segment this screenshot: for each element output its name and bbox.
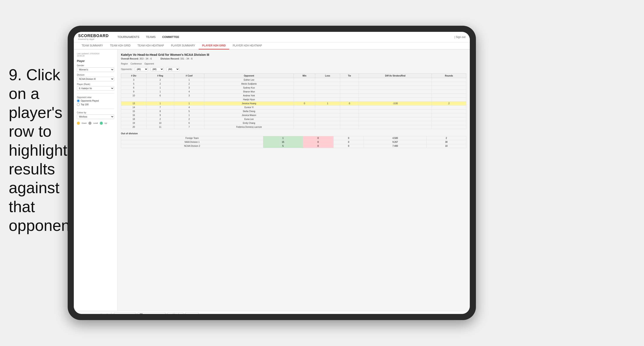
- table-row[interactable]: 16 9 1 Jessica Mason: [121, 113, 466, 117]
- ood-rounds: 2: [426, 136, 466, 140]
- tab-player-h2h-grid[interactable]: PLAYER H2H GRID: [199, 42, 229, 49]
- division-record: Division Record: 331 - 34 - 6: [160, 57, 192, 60]
- tab-team-h2h-heatmap[interactable]: TEAM H2H HEATMAP: [134, 42, 168, 49]
- save-custom-view-button[interactable]: 💾 Save Custom View: [138, 313, 166, 314]
- ood-name: NCAA Division 2: [121, 144, 263, 148]
- ood-rounds: 10: [426, 144, 466, 148]
- cell-opponent: Jessica Huang: [204, 102, 294, 106]
- col-conf: # Conf: [174, 74, 204, 78]
- forward-button[interactable]: →: [88, 313, 92, 314]
- radio-opponents-played[interactable]: Opponents Played: [77, 99, 114, 102]
- logo: SCOREBOARD Powered by clippd: [78, 33, 109, 40]
- table-row[interactable]: 15 8 5 Stella Cheng: [121, 109, 466, 113]
- player-rank-select[interactable]: 8. Katelyn Vo: [77, 86, 114, 91]
- sign-out-link[interactable]: Sign out: [456, 35, 466, 39]
- filters-row: Region Conference Opponent: [121, 63, 466, 65]
- division-label: Division: [77, 74, 114, 76]
- cell-rounds: [432, 121, 466, 125]
- col-loss: Loss: [315, 74, 340, 78]
- table-row[interactable]: 6 1 3 Sydney Kuo: [121, 86, 466, 90]
- ood-tie: 0: [333, 140, 364, 144]
- conference-filter-select[interactable]: (All): [151, 67, 164, 71]
- cell-reg: 6: [146, 94, 174, 98]
- cell-conf: 4: [174, 106, 204, 109]
- tab-player-summary[interactable]: PLAYER SUMMARY: [168, 42, 199, 49]
- cell-opponent: Esther Lee: [204, 78, 294, 82]
- nav-tournaments[interactable]: TOURNAMENTS: [118, 34, 139, 39]
- cell-tie: 0: [340, 102, 359, 106]
- nav-bar: SCOREBOARD Powered by clippd TOURNAMENTS…: [74, 32, 470, 42]
- cell-div: 10: [121, 94, 146, 98]
- cell-reg: 10: [146, 121, 174, 125]
- nav-committee[interactable]: COMMITTEE: [162, 34, 179, 39]
- table-row[interactable]: 9 1 4 Sharon Mun: [121, 90, 466, 94]
- cell-opponent: Stella Cheng: [204, 109, 294, 113]
- ood-diff: 4.500: [364, 136, 426, 140]
- table-row[interactable]: Haeijo Hyun: [121, 98, 466, 102]
- tab-team-h2h-grid[interactable]: TEAM H2H GRID: [106, 42, 134, 49]
- sidebar-player-section: Player: [77, 59, 114, 63]
- cell-div: 5: [121, 82, 146, 86]
- out-of-division-section: Out of division Foreign Team 1 0 0 4.500…: [121, 132, 466, 148]
- cell-opponent: Sydney Kuo: [204, 86, 294, 90]
- ood-row[interactable]: Foreign Team 1 0 0 4.500 2: [121, 136, 466, 140]
- cell-loss: [315, 82, 340, 86]
- refresh-button[interactable]: ↺: [105, 313, 108, 314]
- table-row[interactable]: 19 10 6 Emily Chang: [121, 121, 466, 125]
- cell-loss: [315, 94, 340, 98]
- cell-loss: [315, 121, 340, 125]
- cell-div: 16: [121, 113, 146, 117]
- table-row[interactable]: 3 2 1 Esther Lee: [121, 78, 466, 82]
- cell-loss: [315, 113, 340, 117]
- ood-loss: 0: [303, 140, 333, 144]
- tab-team-summary[interactable]: TEAM SUMMARY: [78, 42, 106, 49]
- table-row[interactable]: 5 2 2 Alexis Sudjianto: [121, 82, 466, 86]
- save-icon: 💾: [140, 313, 143, 314]
- cell-tie: [340, 109, 359, 113]
- opponents-label: Opponents:: [121, 68, 132, 70]
- ood-row[interactable]: NAIA Division 1 15 0 0 9.267 30: [121, 140, 466, 144]
- undo-button[interactable]: ↩: [77, 313, 81, 314]
- ood-diff: 9.267: [364, 140, 426, 144]
- cell-diff: [359, 82, 432, 86]
- cell-win: [294, 106, 315, 109]
- cell-rounds: [432, 94, 466, 98]
- settings-button[interactable]: ⚙: [99, 313, 103, 314]
- colour-by-select[interactable]: Win/loss: [77, 115, 114, 119]
- table-row[interactable]: 20 11 7 Federica Domecq Lacroze: [121, 125, 466, 129]
- ood-row[interactable]: NCAA Division 2 5 0 0 7.400 10: [121, 144, 466, 148]
- division-select[interactable]: NCAA Division III: [77, 77, 114, 81]
- annotation-number: 9.: [9, 66, 22, 83]
- region-filter-select[interactable]: (All): [135, 67, 148, 71]
- col-win: Win: [294, 74, 315, 78]
- cell-rounds: [432, 86, 466, 90]
- table-row[interactable]: 10 6 3 Andrea York: [121, 94, 466, 98]
- cell-tie: [340, 82, 359, 86]
- copy-button[interactable]: ⎘: [94, 313, 97, 314]
- col-div: # Div: [121, 74, 146, 78]
- radio-top-100[interactable]: Top 100: [77, 103, 114, 106]
- cell-opponent: Andrea York: [204, 94, 294, 98]
- cell-rounds: 2: [432, 102, 466, 106]
- cell-rounds: [432, 106, 466, 109]
- cell-opponent: Alexis Sudjianto: [204, 82, 294, 86]
- view-original-button[interactable]: 👁 View: Original: [114, 313, 136, 314]
- watch-button[interactable]: 👁 Watch ▾: [168, 313, 184, 314]
- gender-select[interactable]: Women's: [77, 67, 114, 72]
- h2h-grid-table: # Div # Reg # Conf Opponent Win Loss Tie…: [121, 73, 466, 129]
- redo-button[interactable]: ↪: [83, 313, 86, 314]
- overall-record: Overall Record: 353 - 34 - 6: [121, 57, 152, 60]
- share-button[interactable]: ↗ Share: [185, 313, 198, 314]
- table-row[interactable]: 13 1 1 Jessica Huang 0 1 0 -3.00 2: [121, 102, 466, 106]
- nav-teams[interactable]: TEAMS: [146, 34, 156, 39]
- legend-level-dot: [88, 122, 92, 125]
- cell-tie: [340, 90, 359, 94]
- table-row[interactable]: 18 2 2 Euna Lee: [121, 117, 466, 121]
- annotation-text: 9. Click on a player's row to highlight …: [9, 65, 70, 235]
- tablet-shell: SCOREBOARD Powered by clippd TOURNAMENTS…: [68, 26, 476, 320]
- cell-div: [121, 98, 146, 102]
- opponent-filter-select[interactable]: (All): [166, 67, 180, 71]
- cell-tie: [340, 98, 359, 102]
- tab-player-h2h-heatmap[interactable]: PLAYER H2H HEATMAP: [229, 42, 266, 49]
- table-row[interactable]: 14 7 4 Eunice Yi: [121, 106, 466, 109]
